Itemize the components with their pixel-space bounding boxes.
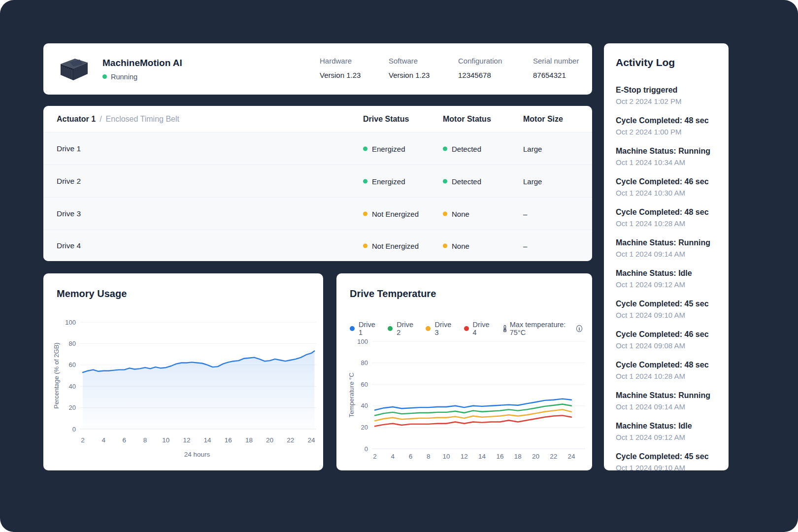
log-entry-time: Oct 1 2024 09:08 AM [616,341,717,350]
temperature-legend: Drive 1 Drive 2 Drive 3 Drive 4 [350,321,582,336]
drive-4-legend-label: Drive 4 [473,321,491,336]
svg-text:80: 80 [69,340,76,347]
log-entry: Machine Status: Running Oct 1 2024 10:34… [616,146,717,166]
drive-temperature-title: Drive Temperature [350,288,436,299]
drive-name: Drive 2 [57,177,81,186]
max-temperature-indicator: Max temperature: 75°C i [502,321,582,336]
svg-text:14: 14 [204,436,212,444]
machine-device-image [57,55,90,83]
svg-text:0: 0 [365,445,368,453]
svg-text:2: 2 [81,436,85,444]
log-entry-title: E-Stop triggered [616,85,717,95]
motor-status-dot [443,146,447,151]
svg-text:20: 20 [69,404,76,411]
log-entry-title: Machine Status: Running [616,238,717,248]
log-entry: Cycle Completed: 48 sec Oct 1 2024 10:28… [616,207,717,228]
activity-log-list[interactable]: E-Stop triggered Oct 2 2024 1:02 PM Cycl… [616,85,717,472]
running-status-dot [102,74,107,79]
log-entry-time: Oct 1 2024 09:14 AM [616,402,717,411]
legend-item-drive-2[interactable]: Drive 2 [388,321,415,336]
software-info: Software Version 1.23 [389,57,430,79]
thermometer-icon [502,324,508,333]
log-entry-title: Machine Status: Idle [616,268,717,278]
svg-text:8: 8 [143,436,147,444]
motor-status-dot [443,179,447,183]
hardware-label: Hardware [320,57,361,65]
drive-status-dot [363,146,367,151]
motor-status-value: None [452,242,469,250]
log-entry-time: Oct 1 2024 10:30 AM [616,189,717,197]
configuration-value: 12345678 [458,71,502,79]
table-row-drive-4: Drive 4 Not Energized None – [43,230,592,261]
log-entry: Machine Status: Idle Oct 1 2024 09:12 AM [616,268,717,289]
svg-text:20: 20 [361,424,368,431]
log-entry-time: Oct 1 2024 09:12 AM [616,433,717,441]
info-icon[interactable]: i [576,325,582,332]
actuator-title: Actuator 1 [57,115,96,124]
drive-1-legend-label: Drive 1 [359,321,377,336]
svg-text:12: 12 [461,453,468,460]
svg-text:20: 20 [532,453,539,460]
activity-log-title: Activity Log [616,57,717,68]
log-entry: Cycle Completed: 48 sec Oct 1 2024 10:28… [616,360,717,380]
max-temperature-label: Max temperature: 75°C [510,321,573,336]
dashboard-screen: MachineMotion AI Running Hardware Versio… [0,0,798,532]
drive-2-legend-dot [388,326,393,331]
legend-item-drive-3[interactable]: Drive 3 [426,321,453,336]
memory-usage-title: Memory Usage [57,288,127,299]
svg-text:6: 6 [123,436,127,444]
svg-text:4: 4 [101,436,105,444]
motor-status-dot [443,211,447,216]
svg-text:Temperature °C: Temperature °C [348,372,355,417]
legend-item-drive-1[interactable]: Drive 1 [350,321,377,336]
memory-usage-chart: 02040608010024681012141618202224Percenta… [43,302,323,465]
log-entry-time: Oct 2 2024 1:02 PM [616,97,717,105]
svg-text:10: 10 [162,436,169,444]
svg-text:Percentage (% of 2GB): Percentage (% of 2GB) [53,342,60,408]
running-status-label: Running [111,73,137,81]
log-entry: Machine Status: Idle Oct 1 2024 09:12 AM [616,421,717,441]
log-entry-time: Oct 1 2024 09:10 AM [616,464,717,472]
serial-number-label: Serial number [533,57,579,65]
drive-status-dot [363,211,367,216]
log-entry-time: Oct 2 2024 1:00 PM [616,128,717,136]
svg-text:40: 40 [361,402,368,409]
svg-text:24 hours: 24 hours [184,451,210,458]
svg-text:40: 40 [69,383,76,390]
drive-status-value: Energized [372,144,405,153]
svg-text:18: 18 [245,436,253,444]
svg-text:100: 100 [357,338,368,345]
drive-status-value: Energized [372,177,405,185]
svg-text:16: 16 [496,453,503,460]
svg-text:24: 24 [307,436,315,444]
table-row-drive-2: Drive 2 Energized Detected Large [43,165,592,197]
configuration-label: Configuration [458,57,502,65]
log-entry: Cycle Completed: 48 sec Oct 2 2024 1:00 … [616,116,717,136]
log-entry: Machine Status: Running Oct 1 2024 09:14… [616,238,717,258]
log-entry-title: Cycle Completed: 48 sec [616,360,717,370]
svg-text:10: 10 [443,453,450,460]
legend-item-drive-4[interactable]: Drive 4 [464,321,491,336]
log-entry-title: Cycle Completed: 48 sec [616,207,717,217]
log-entry: Cycle Completed: 45 sec Oct 1 2024 09:10… [616,452,717,472]
svg-text:14: 14 [478,453,486,460]
svg-text:60: 60 [361,381,368,388]
drive-3-legend-dot [426,326,431,331]
configuration-info: Configuration 12345678 [458,57,502,79]
svg-text:24: 24 [567,453,575,460]
log-entry-title: Cycle Completed: 45 sec [616,299,717,309]
drive-2-legend-label: Drive 2 [397,321,415,336]
drive-temperature-card: Drive Temperature Drive 1 Drive 2 Drive … [336,273,592,470]
log-entry-time: Oct 1 2024 09:10 AM [616,311,717,319]
column-header-motor-size: Motor Size [523,106,563,132]
drive-1-legend-dot [350,326,355,331]
svg-text:100: 100 [65,319,76,326]
actuator-subtitle: Enclosed Timing Belt [106,115,179,124]
svg-text:22: 22 [550,453,557,460]
hardware-value: Version 1.23 [320,71,361,79]
table-row-drive-3: Drive 3 Not Energized None – [43,197,592,230]
svg-text:18: 18 [514,453,522,460]
log-entry: Cycle Completed: 46 sec Oct 1 2024 09:08… [616,330,717,350]
svg-text:0: 0 [72,426,76,433]
log-entry-title: Machine Status: Idle [616,421,717,431]
